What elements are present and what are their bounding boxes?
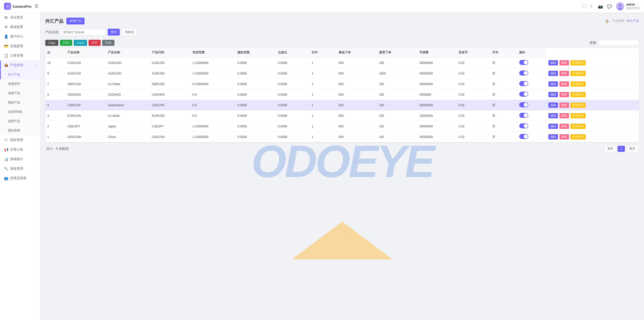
delete-button[interactable]: 删除 (559, 102, 569, 108)
toggle-open-market[interactable] (519, 92, 528, 97)
delete-button[interactable]: 删除 (559, 92, 569, 97)
toggle-open-market[interactable] (519, 134, 528, 139)
cell-random: 0.0008 (235, 57, 276, 68)
toggle-open-market[interactable] (519, 102, 528, 107)
config-button[interactable]: 配置期权 (571, 102, 586, 108)
table-footer: 共计：8 条数据 首页 1 尾页 (45, 142, 639, 155)
sidebar-item-users[interactable]: 👤 用户中心 ‹ (0, 32, 40, 41)
col-maxorder[interactable]: 最宽下单 (377, 48, 418, 57)
search-button[interactable]: 查询 (108, 29, 120, 35)
config-button[interactable]: 配置期权 (571, 60, 586, 65)
toggle-open-market[interactable] (519, 81, 528, 86)
sidebar-item-futures[interactable]: 期货产品 (0, 98, 40, 107)
excel-button[interactable]: Excel (74, 40, 87, 46)
action-cell: 编辑 删除 配置期权 (548, 71, 637, 76)
camera-icon[interactable]: 📷 (598, 4, 603, 9)
message-icon[interactable]: 💬 (607, 4, 612, 9)
toggle-open-market[interactable] (519, 70, 528, 76)
col-spread[interactable]: 点差点 (276, 48, 310, 57)
sidebar-item-crypto[interactable]: 加密货币 (0, 79, 40, 89)
pdf-button[interactable]: PDF (89, 40, 101, 46)
col-id[interactable]: ID (45, 48, 65, 57)
sidebar-item-products[interactable]: 📦 产品管理 ∨ (0, 60, 40, 70)
print-button[interactable]: Print (102, 40, 114, 46)
arrow-icon: ‹ (35, 35, 36, 38)
last-page-btn[interactable]: 尾页 (626, 145, 638, 152)
sidebar-item-system[interactable]: 🔧 系统管理 ‹ (0, 164, 40, 173)
sidebar-item-forex[interactable]: 外汇产品 (0, 70, 40, 79)
config-button[interactable]: 配置期权 (571, 113, 586, 118)
col-fullname[interactable]: 产品全称 (106, 48, 150, 57)
sidebar-item-orders[interactable]: 📋 订单管理 ‹ (0, 51, 40, 60)
col-fee[interactable]: 手续费 (417, 48, 456, 57)
delete-button[interactable]: 删除 (559, 71, 569, 76)
col-open[interactable]: 开市 (490, 48, 517, 57)
sidebar-item-kline[interactable]: 自发币K线 (0, 107, 40, 117)
user-icon: 👤 (4, 34, 8, 39)
copy-button[interactable]: Copy (45, 40, 58, 46)
sidebar-item-fixed[interactable]: 固定质押 (0, 126, 40, 135)
config-button[interactable]: 配置期权 (571, 92, 586, 97)
col-name[interactable]: 产品名称 (65, 48, 106, 57)
sidebar-item-us-stocks[interactable]: 美股产品 (0, 89, 40, 98)
edit-button[interactable]: 编辑 (548, 92, 558, 97)
sidebar-item-reports[interactable]: 📊 报表统计 ‹ (0, 154, 40, 164)
sidebar-item-bonds[interactable]: 债货产品 (0, 117, 40, 126)
theme-icon[interactable]: ☾ (590, 4, 594, 9)
delete-button[interactable]: 删除 (559, 60, 569, 65)
edit-button[interactable]: 编辑 (548, 134, 558, 139)
admin-icon: 👥 (4, 176, 8, 180)
delete-button[interactable]: 删除 (559, 124, 569, 129)
config-button[interactable]: 配置期权 (571, 124, 586, 129)
col-currency[interactable]: 首发币 (457, 48, 490, 57)
cell-minorder: 500 (337, 100, 377, 111)
sidebar-sub-label: 债货产品 (8, 119, 20, 123)
sidebar-item-recharge[interactable]: 💳 充值提现 ‹ (0, 41, 40, 51)
cell-maxorder: 100 (377, 100, 418, 111)
table-search-input[interactable] (599, 40, 639, 46)
edit-button[interactable]: 编辑 (548, 124, 558, 129)
sidebar-item-basic[interactable]: ⚙ 基础设置 ‹ (0, 22, 40, 32)
edit-button[interactable]: 编辑 (548, 113, 558, 118)
sidebar-item-risk[interactable]: 🛡 风控管理 ‹ (0, 135, 40, 145)
new-product-button[interactable]: 新增产品 (66, 18, 85, 24)
col-minorder[interactable]: 最低下单 (337, 48, 377, 57)
cell-name: USD/CHF (65, 100, 106, 111)
cell-spread: 0.0008 (276, 89, 310, 100)
delete-button[interactable]: 删除 (559, 134, 569, 139)
edit-button[interactable]: 编辑 (548, 60, 558, 65)
delete-button[interactable]: 删除 (559, 81, 569, 87)
cell-fee: 50000000 (417, 79, 456, 89)
home-icon[interactable]: 🏠 (605, 19, 609, 23)
hamburger-icon[interactable]: ☰ (34, 4, 38, 9)
col-leverage[interactable]: 杠杆 (310, 48, 337, 57)
config-button[interactable]: 配置期权 (571, 81, 586, 87)
edit-button[interactable]: 编辑 (548, 102, 558, 108)
col-code[interactable]: 产品代码 (150, 48, 190, 57)
toggle-open-market[interactable] (519, 123, 528, 128)
csv-button[interactable]: CSV (60, 40, 72, 46)
config-button[interactable]: 配置期权 (571, 134, 586, 139)
delete-button[interactable]: 删除 (559, 113, 569, 118)
first-page-btn[interactable]: 首页 (605, 145, 616, 152)
cell-action: 编辑 删除 配置期权 (546, 68, 639, 79)
cell-fullname: China (106, 132, 150, 142)
cell-minorder: 500 (337, 79, 377, 89)
reset-button[interactable]: 初始化 (122, 28, 137, 36)
toggle-open-market[interactable] (519, 60, 528, 65)
config-button[interactable]: 配置期权 (571, 71, 586, 76)
toggle-open-market[interactable] (519, 113, 528, 118)
user-area[interactable]: admin 超级管理员 (616, 2, 640, 10)
cell-open (517, 111, 547, 121)
edit-button[interactable]: 编辑 (548, 71, 558, 76)
page-1-btn[interactable]: 1 (618, 146, 625, 152)
col-risk[interactable]: 风控范围 (190, 48, 235, 57)
edit-button[interactable]: 编辑 (548, 81, 558, 87)
sidebar-item-dashboard[interactable]: ⊞ 后台首页 ‹ (0, 13, 40, 22)
breadcrumb-product-mgmt[interactable]: 产品管理 (612, 19, 624, 23)
search-input[interactable] (60, 29, 106, 35)
fullscreen-icon[interactable]: ⛶ (582, 4, 586, 9)
sidebar-item-announcement[interactable]: 📢 文章公告 ‹ (0, 145, 40, 154)
col-random[interactable]: 随机范围 (235, 48, 276, 57)
sidebar-item-admin[interactable]: 👥 管理员管理 ‹ (0, 173, 40, 183)
